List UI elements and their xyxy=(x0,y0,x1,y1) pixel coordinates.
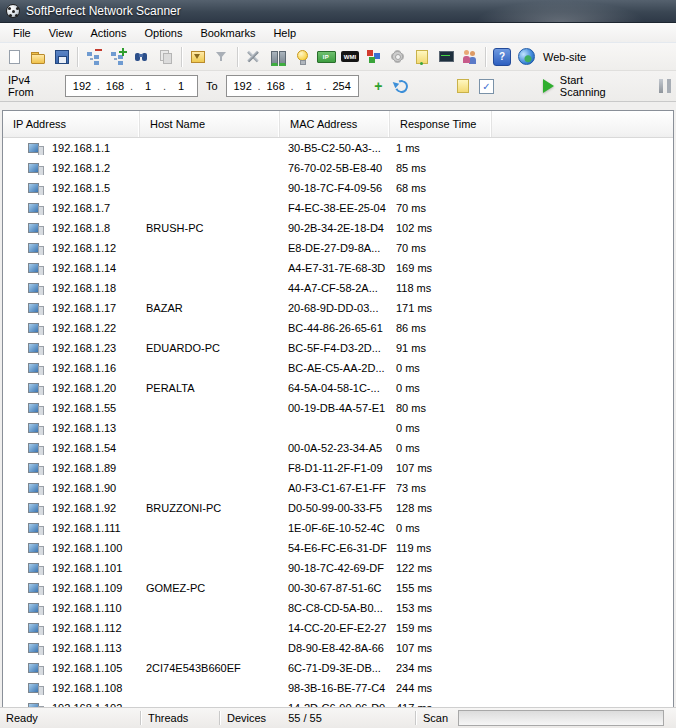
table-row[interactable]: 192.168.1.102 14-2D-C6-90-96-D0 417 ms xyxy=(3,698,673,707)
column-header-ip[interactable]: IP Address xyxy=(3,111,140,137)
table-row[interactable]: 192.168.1.92 BRUZZONI-PC D0-50-99-00-33-… xyxy=(3,498,673,518)
computer-icon xyxy=(28,622,44,635)
table-row[interactable]: 192.168.1.110 8C-C8-CD-5A-B0... 153 ms xyxy=(3,598,673,618)
table-row[interactable]: 192.168.1.17 BAZAR 20-68-9D-DD-03... 171… xyxy=(3,298,673,318)
ip-address-cell: 192.168.1.100 xyxy=(52,542,122,554)
new-file-button[interactable] xyxy=(2,45,26,69)
table-row[interactable]: 192.168.1.7 F4-EC-38-EE-25-04 70 ms xyxy=(3,198,673,218)
table-row[interactable]: 192.168.1.14 A4-E7-31-7E-68-3D 169 ms xyxy=(3,258,673,278)
network-hosts-button[interactable] xyxy=(266,45,290,69)
column-header-filler xyxy=(492,111,673,137)
table-row[interactable]: 192.168.1.89 F8-D1-11-2F-F1-09 107 ms xyxy=(3,458,673,478)
menu-item[interactable]: View xyxy=(40,25,82,41)
response-time-cell: 128 ms xyxy=(390,502,492,514)
options-checkbox-button[interactable]: ✓ xyxy=(475,74,498,98)
pause-button[interactable] xyxy=(653,74,676,98)
table-row[interactable]: 192.168.1.54 00-0A-52-23-34-A5 0 ms xyxy=(3,438,673,458)
ip-address-cell: 192.168.1.55 xyxy=(52,402,116,414)
column-header-mac[interactable]: MAC Address xyxy=(280,111,390,137)
website-label[interactable]: Web-site xyxy=(543,51,586,63)
pause-icon xyxy=(658,79,671,93)
ip-address-cell: 192.168.1.112 xyxy=(52,622,122,634)
tools-button[interactable] xyxy=(242,45,266,69)
table-row[interactable]: 192.168.1.18 44-A7-CF-58-2A... 118 ms xyxy=(3,278,673,298)
from-octet-2[interactable]: 168 xyxy=(102,80,128,92)
title-bar[interactable]: SoftPerfect Network Scanner xyxy=(0,0,676,23)
archive-filter-button[interactable] xyxy=(186,45,210,69)
users-icon xyxy=(461,48,479,66)
applications-button[interactable] xyxy=(362,45,386,69)
add-range-button[interactable]: + xyxy=(367,74,390,98)
column-header-host[interactable]: Host Name xyxy=(140,111,280,137)
table-row[interactable]: 192.168.1.100 54-E6-FC-E6-31-DF 119 ms xyxy=(3,538,673,558)
table-row[interactable]: 192.168.1.101 90-18-7C-42-69-DF 122 ms xyxy=(3,558,673,578)
table-row[interactable]: 192.168.1.12 E8-DE-27-D9-8A... 70 ms xyxy=(3,238,673,258)
live-display-button[interactable] xyxy=(290,45,314,69)
to-octet-1[interactable]: 192 xyxy=(230,80,256,92)
ip-from-input[interactable]: 192.168.1.1 xyxy=(65,75,198,97)
response-time-cell: 122 ms xyxy=(390,562,492,574)
menu-item[interactable]: Help xyxy=(264,25,305,41)
menu-item[interactable]: Bookmarks xyxy=(191,25,264,41)
host-name-cell: PERALTA xyxy=(140,382,280,394)
table-row[interactable]: 192.168.1.5 90-18-7C-F4-09-56 68 ms xyxy=(3,178,673,198)
response-time-cell: 159 ms xyxy=(390,622,492,634)
filter-button[interactable] xyxy=(210,45,234,69)
response-time-cell: 155 ms xyxy=(390,582,492,594)
table-row[interactable]: 192.168.1.16 BC-AE-C5-AA-2D... 0 ms xyxy=(3,358,673,378)
table-row[interactable]: 192.168.1.8 BRUSH-PC 90-2B-34-2E-18-D4 1… xyxy=(3,218,673,238)
table-row[interactable]: 192.168.1.1 30-B5-C2-50-A3-... 1 ms xyxy=(3,138,673,158)
detect-range-button[interactable] xyxy=(390,74,413,98)
to-octet-3[interactable]: 1 xyxy=(296,80,322,92)
mac-address-cell: 90-2B-34-2E-18-D4 xyxy=(280,222,390,234)
response-time-cell: 118 ms xyxy=(390,282,492,294)
website-button[interactable] xyxy=(514,45,538,69)
from-octet-1[interactable]: 192 xyxy=(69,80,95,92)
table-row[interactable]: 192.168.1.111 1E-0F-6E-10-52-4C 0 ms xyxy=(3,518,673,538)
menu-item[interactable]: Options xyxy=(135,25,191,41)
ip-to-input[interactable]: 192.168.1.254 xyxy=(226,75,359,97)
response-time-cell: 0 ms xyxy=(390,422,492,434)
open-file-button[interactable] xyxy=(26,45,50,69)
colored-blocks-icon xyxy=(365,48,383,66)
table-row[interactable]: 192.168.1.22 BC-44-86-26-65-61 86 ms xyxy=(3,318,673,338)
options-button[interactable] xyxy=(386,45,410,69)
response-time-cell: 1 ms xyxy=(390,142,492,154)
from-octet-4[interactable]: 1 xyxy=(168,80,194,92)
table-row[interactable]: 192.168.1.2 76-70-02-5B-E8-40 85 ms xyxy=(3,158,673,178)
table-row[interactable]: 192.168.1.20 PERALTA 64-5A-04-58-1C-... … xyxy=(3,378,673,398)
menu-item[interactable]: File xyxy=(4,25,40,41)
menu-item[interactable]: Actions xyxy=(81,25,135,41)
column-header-response[interactable]: Response Time xyxy=(390,111,492,137)
table-row[interactable]: 192.168.1.112 14-CC-20-EF-E2-27 159 ms xyxy=(3,618,673,638)
box-filter-icon xyxy=(189,48,207,66)
start-scanning-button[interactable] xyxy=(537,74,560,98)
notes-button[interactable] xyxy=(452,74,475,98)
table-row[interactable]: 192.168.1.90 A0-F3-C1-67-E1-FF 73 ms xyxy=(3,478,673,498)
collapse-tree-button[interactable] xyxy=(82,45,106,69)
table-row[interactable]: 192.168.1.113 D8-90-E8-42-8A-66 107 ms xyxy=(3,638,673,658)
expand-tree-button[interactable] xyxy=(106,45,130,69)
table-row[interactable]: 192.168.1.23 EDUARDO-PC BC-5F-F4-D3-2D..… xyxy=(3,338,673,358)
help-button[interactable]: ? xyxy=(490,45,514,69)
from-octet-3[interactable]: 1 xyxy=(135,80,161,92)
table-row[interactable]: 192.168.1.55 00-19-DB-4A-57-E1 80 ms xyxy=(3,398,673,418)
ip-tools-button[interactable]: IP xyxy=(314,45,338,69)
users-button[interactable] xyxy=(458,45,482,69)
to-octet-2[interactable]: 168 xyxy=(263,80,289,92)
mac-address-cell: BC-AE-C5-AA-2D... xyxy=(280,362,390,374)
table-row[interactable]: 192.168.1.109 GOMEZ-PC 00-30-67-87-51-6C… xyxy=(3,578,673,598)
to-octet-4[interactable]: 254 xyxy=(329,80,355,92)
table-row[interactable]: 192.168.1.108 98-3B-16-BE-77-C4 244 ms xyxy=(3,678,673,698)
find-button[interactable] xyxy=(130,45,154,69)
remote-shutdown-button[interactable] xyxy=(410,45,434,69)
start-scanning-label[interactable]: Start Scanning xyxy=(560,74,630,98)
save-button[interactable] xyxy=(50,45,74,69)
wmi-button[interactable]: WMI xyxy=(338,45,362,69)
ipv4-from-label: IPv4 From xyxy=(8,74,57,98)
remote-monitor-button[interactable] xyxy=(434,45,458,69)
copy-button[interactable] xyxy=(154,45,178,69)
table-row[interactable]: 192.168.1.13 0 ms xyxy=(3,418,673,438)
table-row[interactable]: 192.168.1.105 2CI74E543B660EF 6C-71-D9-3… xyxy=(3,658,673,678)
plus-icon: + xyxy=(374,79,382,93)
